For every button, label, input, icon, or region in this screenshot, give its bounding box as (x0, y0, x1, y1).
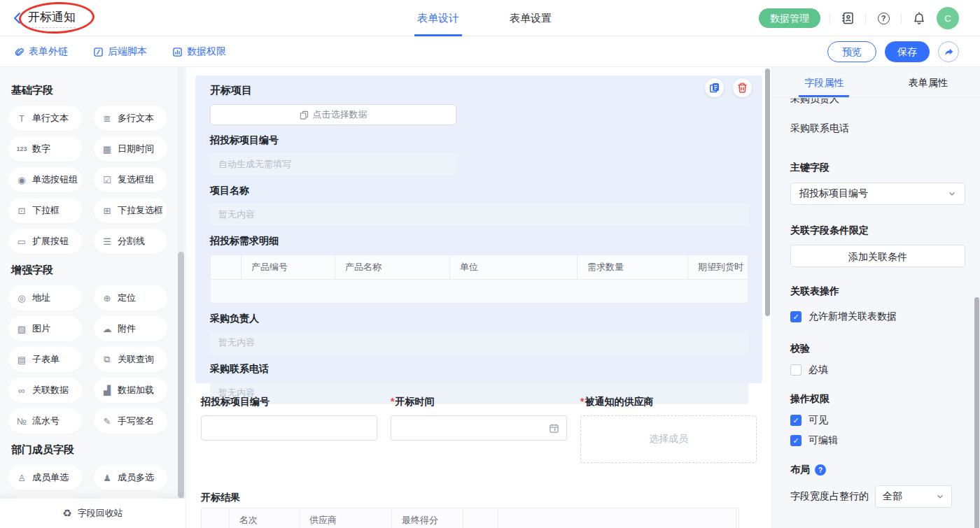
field-pill-relation-query[interactable]: ⧉关联查询 (94, 347, 167, 372)
field-pill-serial-number[interactable]: №流水号 (8, 408, 82, 434)
field-pill-label: 单行文本 (32, 112, 69, 124)
field-pill-data-load[interactable]: ▟数据加载 (94, 378, 167, 403)
field-pill-label: 图片 (32, 322, 50, 335)
user-avatar[interactable]: C (937, 7, 959, 29)
save-button[interactable]: 保存 (885, 41, 930, 62)
primary-key-select[interactable]: 招投标项目编号 (790, 183, 965, 205)
field-pill-relation-data[interactable]: ∞关联数据 (8, 378, 82, 403)
field-project-number[interactable]: 招投标项目编号 (201, 396, 377, 463)
checkbox-unchecked[interactable] (790, 364, 802, 376)
checkbox-checked[interactable]: ✓ (790, 415, 802, 426)
field-pill-subform[interactable]: ▤子表单 (8, 347, 82, 372)
group-title: 开标项目 (210, 84, 748, 97)
clipped-list-item: 采购负责人 (790, 98, 965, 107)
field-pill-image[interactable]: ▨图片 (8, 316, 82, 341)
sidebar-pill-grid: ♙成员单选♟成员多选 (8, 465, 167, 490)
field-pill-member-single[interactable]: ♙成员单选 (8, 465, 82, 490)
contact-book-icon[interactable] (839, 10, 856, 27)
select-data-button[interactable]: 点击选择数据 (210, 104, 456, 125)
properties-scrollbar-thumb[interactable] (974, 297, 979, 528)
checkbox-label: 可见 (808, 414, 828, 427)
result-table-label: 开标结果 (201, 492, 240, 504)
field-label: 招投标项目编号 (201, 396, 377, 408)
checkbox-checked[interactable]: ✓ (790, 311, 802, 322)
field-input-readonly[interactable]: 暂无内容 (210, 331, 748, 354)
field-pill-label: 分割线 (118, 235, 145, 248)
help-icon[interactable]: ? (875, 10, 892, 27)
field-recycle-bin[interactable]: ♻ 字段回收站 (0, 499, 186, 528)
field-pill-multi-select[interactable]: ⊞下拉复选框 (94, 198, 167, 223)
field-pill-datetime[interactable]: ▦日期时间 (94, 136, 167, 162)
member-picker[interactable]: 选择成员 (580, 415, 757, 463)
divider-icon: ☰ (102, 236, 113, 247)
member-single-icon: ♙ (16, 473, 27, 483)
field-pill-extend-button[interactable]: ▭扩展按钮 (8, 229, 82, 254)
list-item: 采购联系电话 (790, 122, 965, 135)
field-label: 采购联系电话 (210, 363, 748, 376)
date-input[interactable] (391, 415, 567, 441)
field-pill-address[interactable]: ◎地址 (8, 285, 82, 311)
attachment-icon: ☁ (102, 324, 113, 334)
canvas-scrollbar-thumb[interactable] (765, 69, 770, 316)
form-canvas[interactable]: 开标项目 点击选择数据 招投标项目编号 自动生成无需填写 项目名称 暂无内容 招… (186, 67, 771, 528)
layout-help-icon[interactable]: ? (815, 464, 826, 476)
calendar-icon (549, 423, 559, 434)
field-pill-attachment[interactable]: ☁附件 (94, 316, 167, 341)
field-pill-number[interactable]: 123数字 (8, 136, 82, 162)
divider (901, 13, 902, 24)
preview-button[interactable]: 预览 (827, 41, 876, 62)
copy-icon (708, 82, 720, 94)
data-manage-button[interactable]: 数据管理 (759, 8, 820, 28)
sidebar-scrollbar-thumb[interactable] (178, 252, 184, 498)
field-label: 采购负责人 (210, 313, 748, 325)
text-input[interactable] (201, 415, 377, 441)
field-pill-text-multi[interactable]: ≣多行文本 (94, 106, 167, 131)
primary-key-heading: 主键字段 (790, 162, 965, 174)
field-input-readonly[interactable]: 暂无内容 (210, 204, 748, 226)
notification-bell-icon[interactable] (911, 10, 927, 27)
field-pill-divider[interactable]: ☰分割线 (94, 229, 167, 254)
copy-button[interactable] (705, 78, 724, 97)
field-open-time[interactable]: 开标时间 (391, 396, 567, 463)
sidebar-section-title: 增强字段 (11, 264, 167, 277)
field-pill-radio-group[interactable]: ◉单选按钮组 (8, 167, 82, 192)
data-permission-link[interactable]: 数据权限 (172, 45, 226, 58)
field-pill-label: 附件 (118, 322, 136, 335)
field-label: 招投标需求明细 (210, 235, 748, 248)
field-pill-text-single[interactable]: T单行文本 (8, 106, 82, 131)
field-pill-select[interactable]: ⊡下拉框 (8, 198, 82, 223)
field-pill-label: 成员单选 (32, 471, 69, 484)
result-table-header: 名次供应商最终得分 (202, 508, 738, 528)
tab-form-design[interactable]: 表单设计 (417, 0, 459, 36)
field-notified-suppliers[interactable]: 被通知的供应商 选择成员 (580, 396, 757, 463)
relation-ops-heading: 关联表操作 (790, 285, 965, 298)
checkbox-label: 允许新增关联表数据 (808, 311, 897, 323)
field-pill-location[interactable]: ⊕定位 (94, 285, 167, 311)
field-input-readonly[interactable]: 自动生成无需填写 (210, 153, 456, 176)
form-field-row: 招投标项目编号 开标时间 被通知的供应商 选择成员 (201, 396, 757, 463)
chevron-down-icon (936, 492, 944, 501)
field-pill-checkbox-group[interactable]: ☑复选框组 (94, 167, 167, 192)
share-button[interactable] (938, 41, 959, 62)
field-pill-label: 复选框组 (118, 173, 154, 186)
selected-field-group[interactable]: 开标项目 点击选择数据 招投标项目编号 自动生成无需填写 项目名称 暂无内容 招… (195, 76, 762, 383)
field-library-sidebar: 基础字段T单行文本≣多行文本123数字▦日期时间◉单选按钮组☑复选框组⊡下拉框⊞… (0, 67, 186, 528)
form-external-link[interactable]: 表单外链 (14, 45, 68, 58)
permission-heading: 操作权限 (790, 393, 965, 406)
add-condition-button[interactable]: 添加关联条件 (790, 245, 965, 267)
width-select[interactable]: 全部 (875, 485, 952, 508)
field-pill-label: 子表单 (32, 353, 59, 366)
field-pill-label: 单选按钮组 (32, 173, 78, 186)
backend-script-link[interactable]: 后端脚本 (93, 45, 147, 58)
table-column-header: 期望到货时 (688, 255, 748, 279)
form-title[interactable]: 开标通知 (28, 9, 76, 28)
checkbox-checked[interactable]: ✓ (790, 435, 802, 446)
top-tabs: 表单设计 表单设置 (417, 0, 552, 36)
tab-field-properties[interactable]: 字段属性 (772, 67, 876, 97)
tab-form-properties[interactable]: 表单属性 (876, 67, 980, 97)
field-pill-member-multi[interactable]: ♟成员多选 (94, 465, 167, 490)
tab-form-settings[interactable]: 表单设置 (510, 0, 552, 36)
field-pill-signature[interactable]: ✎手写签名 (94, 408, 167, 434)
delete-button[interactable] (733, 78, 752, 97)
back-button[interactable] (11, 12, 24, 24)
